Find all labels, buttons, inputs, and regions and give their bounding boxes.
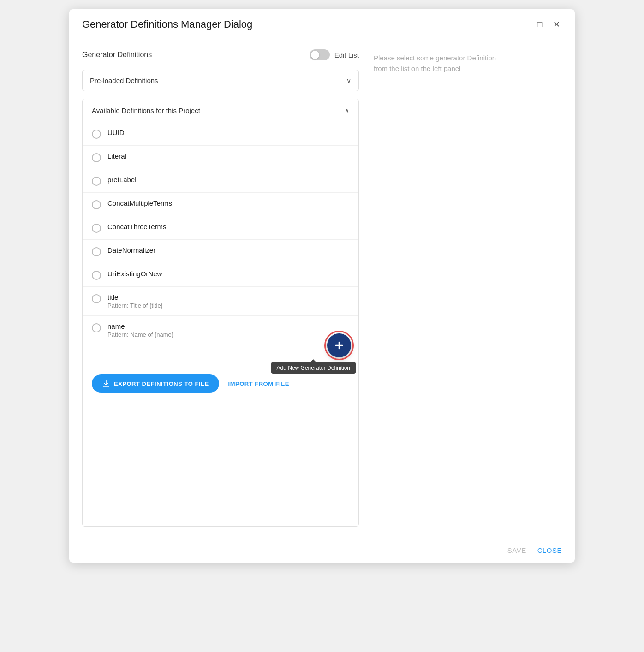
definition-name: ConcatThreeTerms <box>107 223 167 231</box>
download-icon <box>102 379 110 388</box>
radio-circle <box>92 294 101 303</box>
chevron-down-icon: ∨ <box>346 77 351 84</box>
definition-content: UUID <box>107 129 125 136</box>
available-section-header[interactable]: Available Definitions for this Project ∧ <box>83 99 358 122</box>
definition-name: title <box>107 293 163 301</box>
maximize-button[interactable]: □ <box>534 19 545 30</box>
definition-item[interactable]: DateNormalizer <box>83 240 358 263</box>
right-panel-placeholder: Please select some generator Definition … <box>374 53 503 74</box>
dialog-footer: SAVE CLOSE <box>69 538 575 563</box>
chevron-up-icon: ∧ <box>345 107 349 114</box>
radio-circle <box>92 224 101 233</box>
export-definitions-button[interactable]: EXPORT DEFINITIONS TO FILE <box>92 374 219 393</box>
radio-circle <box>92 130 101 139</box>
radio-circle <box>92 200 101 209</box>
radio-circle <box>92 177 101 186</box>
definition-content: Literal <box>107 152 126 160</box>
dialog-title: Generator Definitions Manager Dialog <box>82 18 252 30</box>
definition-name: ConcatMultipleTerms <box>107 199 172 207</box>
radio-circle <box>92 323 101 332</box>
definition-name: DateNormalizer <box>107 246 155 254</box>
definition-content: namePattern: Name of {name} <box>107 322 173 338</box>
preloaded-dropdown[interactable]: Pre-loaded Definitions ∨ <box>82 70 359 91</box>
definition-name: name <box>107 322 173 330</box>
definition-pattern: Pattern: Name of {name} <box>107 331 173 338</box>
radio-circle <box>92 271 101 280</box>
export-btn-label: EXPORT DEFINITIONS TO FILE <box>114 380 209 387</box>
left-panel: Generator Definitions Edit List Pre-load… <box>82 49 359 527</box>
definition-content: UriExistingOrNew <box>107 270 162 278</box>
save-button: SAVE <box>507 546 526 554</box>
definition-item[interactable]: prefLabel <box>83 169 358 193</box>
definition-content: ConcatThreeTerms <box>107 223 167 231</box>
radio-circle <box>92 153 101 162</box>
definition-content: ConcatMultipleTerms <box>107 199 172 207</box>
definitions-footer: EXPORT DEFINITIONS TO FILE IMPORT FROM F… <box>83 367 358 400</box>
definitions-list: UUIDLiteralprefLabelConcatMultipleTermsC… <box>83 122 358 344</box>
definition-content: DateNormalizer <box>107 246 155 254</box>
edit-list-row: Edit List <box>310 49 359 60</box>
add-fab-container: Add New Generator Definition <box>327 333 351 357</box>
definition-name: Literal <box>107 152 126 160</box>
dialog-title-bar: Generator Definitions Manager Dialog □ ✕ <box>69 9 575 38</box>
definition-pattern: Pattern: Title of {title} <box>107 302 163 309</box>
available-definitions-section: Available Definitions for this Project ∧… <box>82 99 359 527</box>
dialog-container: Generator Definitions Manager Dialog □ ✕… <box>69 9 575 563</box>
dropdown-label: Pre-loaded Definitions <box>90 77 158 84</box>
definition-item[interactable]: titlePattern: Title of {title} <box>83 287 358 316</box>
radio-circle <box>92 247 101 256</box>
definition-name: UriExistingOrNew <box>107 270 162 278</box>
definition-item[interactable]: namePattern: Name of {name} <box>83 316 358 344</box>
definition-content: prefLabel <box>107 176 137 184</box>
definition-item[interactable]: UriExistingOrNew <box>83 263 358 287</box>
definition-name: prefLabel <box>107 176 137 184</box>
toggle-knob <box>311 51 319 59</box>
right-panel: Please select some generator Definition … <box>359 49 562 527</box>
definition-item[interactable]: ConcatMultipleTerms <box>83 193 358 216</box>
definition-name: UUID <box>107 129 125 136</box>
definition-content: titlePattern: Title of {title} <box>107 293 163 309</box>
edit-list-toggle[interactable] <box>310 49 330 60</box>
section-header-row: Generator Definitions Edit List <box>82 49 359 60</box>
close-footer-button[interactable]: CLOSE <box>537 546 562 554</box>
edit-list-label: Edit List <box>334 51 359 59</box>
section-title: Generator Definitions <box>82 51 152 59</box>
definition-item[interactable]: Literal <box>83 146 358 169</box>
available-section-title: Available Definitions for this Project <box>92 107 200 114</box>
close-button[interactable]: ✕ <box>551 19 562 30</box>
definition-item[interactable]: UUID <box>83 122 358 146</box>
plus-icon <box>334 340 345 351</box>
definitions-list-wrapper: UUIDLiteralprefLabelConcatMultipleTermsC… <box>83 122 358 344</box>
definition-item[interactable]: ConcatThreeTerms <box>83 216 358 240</box>
dialog-body: Generator Definitions Edit List Pre-load… <box>69 38 575 538</box>
import-from-file-button[interactable]: IMPORT FROM FILE <box>228 380 289 387</box>
add-generator-fab[interactable] <box>327 333 351 357</box>
title-bar-controls: □ ✕ <box>534 19 562 30</box>
